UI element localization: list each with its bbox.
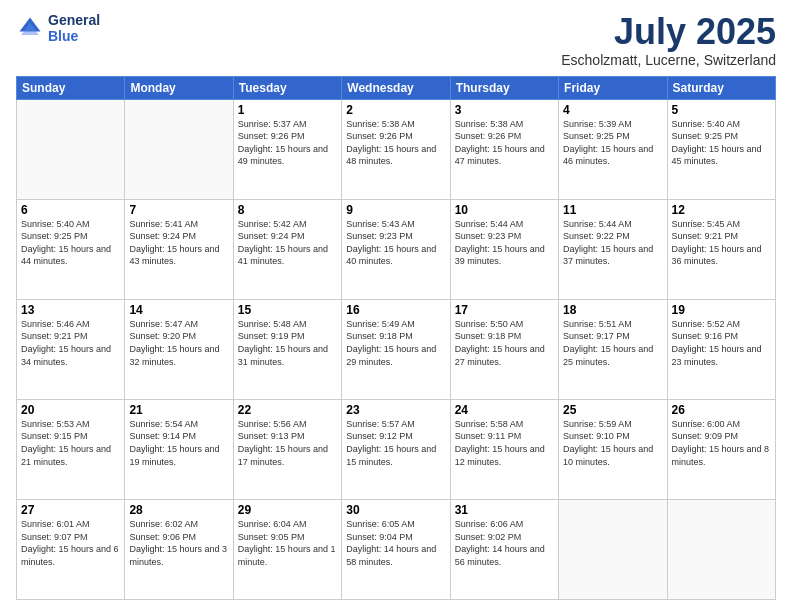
logo: General Blue: [16, 12, 100, 44]
calendar-cell: 6Sunrise: 5:40 AMSunset: 9:25 PMDaylight…: [17, 199, 125, 299]
day-number: 31: [455, 503, 554, 517]
header-wednesday: Wednesday: [342, 76, 450, 99]
day-info: Sunrise: 5:39 AMSunset: 9:25 PMDaylight:…: [563, 118, 662, 168]
calendar-cell: [667, 499, 775, 599]
calendar-cell: 28Sunrise: 6:02 AMSunset: 9:06 PMDayligh…: [125, 499, 233, 599]
header: General Blue July 2025 Escholzmatt, Luce…: [16, 12, 776, 68]
calendar-cell: 31Sunrise: 6:06 AMSunset: 9:02 PMDayligh…: [450, 499, 558, 599]
calendar-cell: 13Sunrise: 5:46 AMSunset: 9:21 PMDayligh…: [17, 299, 125, 399]
day-info: Sunrise: 5:49 AMSunset: 9:18 PMDaylight:…: [346, 318, 445, 368]
calendar-cell: 2Sunrise: 5:38 AMSunset: 9:26 PMDaylight…: [342, 99, 450, 199]
day-number: 9: [346, 203, 445, 217]
day-info: Sunrise: 6:05 AMSunset: 9:04 PMDaylight:…: [346, 518, 445, 568]
calendar-cell: 16Sunrise: 5:49 AMSunset: 9:18 PMDayligh…: [342, 299, 450, 399]
day-number: 19: [672, 303, 771, 317]
calendar-cell: 14Sunrise: 5:47 AMSunset: 9:20 PMDayligh…: [125, 299, 233, 399]
calendar-week-0: 1Sunrise: 5:37 AMSunset: 9:26 PMDaylight…: [17, 99, 776, 199]
calendar-cell: 15Sunrise: 5:48 AMSunset: 9:19 PMDayligh…: [233, 299, 341, 399]
day-info: Sunrise: 6:00 AMSunset: 9:09 PMDaylight:…: [672, 418, 771, 468]
header-monday: Monday: [125, 76, 233, 99]
calendar-cell: 22Sunrise: 5:56 AMSunset: 9:13 PMDayligh…: [233, 399, 341, 499]
day-info: Sunrise: 5:57 AMSunset: 9:12 PMDaylight:…: [346, 418, 445, 468]
header-saturday: Saturday: [667, 76, 775, 99]
day-number: 26: [672, 403, 771, 417]
day-number: 29: [238, 503, 337, 517]
calendar-cell: 5Sunrise: 5:40 AMSunset: 9:25 PMDaylight…: [667, 99, 775, 199]
calendar-cell: 1Sunrise: 5:37 AMSunset: 9:26 PMDaylight…: [233, 99, 341, 199]
day-info: Sunrise: 5:52 AMSunset: 9:16 PMDaylight:…: [672, 318, 771, 368]
calendar-cell: 11Sunrise: 5:44 AMSunset: 9:22 PMDayligh…: [559, 199, 667, 299]
month-title: July 2025: [561, 12, 776, 52]
day-info: Sunrise: 6:06 AMSunset: 9:02 PMDaylight:…: [455, 518, 554, 568]
day-info: Sunrise: 5:47 AMSunset: 9:20 PMDaylight:…: [129, 318, 228, 368]
location-subtitle: Escholzmatt, Lucerne, Switzerland: [561, 52, 776, 68]
day-info: Sunrise: 5:51 AMSunset: 9:17 PMDaylight:…: [563, 318, 662, 368]
calendar-cell: 23Sunrise: 5:57 AMSunset: 9:12 PMDayligh…: [342, 399, 450, 499]
day-number: 20: [21, 403, 120, 417]
day-number: 30: [346, 503, 445, 517]
day-info: Sunrise: 5:42 AMSunset: 9:24 PMDaylight:…: [238, 218, 337, 268]
day-info: Sunrise: 5:46 AMSunset: 9:21 PMDaylight:…: [21, 318, 120, 368]
calendar-page: General Blue July 2025 Escholzmatt, Luce…: [0, 0, 792, 612]
day-info: Sunrise: 5:37 AMSunset: 9:26 PMDaylight:…: [238, 118, 337, 168]
day-number: 7: [129, 203, 228, 217]
title-block: July 2025 Escholzmatt, Lucerne, Switzerl…: [561, 12, 776, 68]
logo-icon: [16, 14, 44, 42]
day-info: Sunrise: 5:41 AMSunset: 9:24 PMDaylight:…: [129, 218, 228, 268]
calendar-cell: 19Sunrise: 5:52 AMSunset: 9:16 PMDayligh…: [667, 299, 775, 399]
day-number: 12: [672, 203, 771, 217]
day-number: 28: [129, 503, 228, 517]
day-info: Sunrise: 5:40 AMSunset: 9:25 PMDaylight:…: [21, 218, 120, 268]
calendar-cell: [125, 99, 233, 199]
day-number: 16: [346, 303, 445, 317]
day-info: Sunrise: 6:02 AMSunset: 9:06 PMDaylight:…: [129, 518, 228, 568]
calendar-week-2: 13Sunrise: 5:46 AMSunset: 9:21 PMDayligh…: [17, 299, 776, 399]
calendar-cell: 27Sunrise: 6:01 AMSunset: 9:07 PMDayligh…: [17, 499, 125, 599]
day-info: Sunrise: 5:40 AMSunset: 9:25 PMDaylight:…: [672, 118, 771, 168]
day-info: Sunrise: 5:38 AMSunset: 9:26 PMDaylight:…: [346, 118, 445, 168]
calendar-body: 1Sunrise: 5:37 AMSunset: 9:26 PMDaylight…: [17, 99, 776, 599]
calendar-cell: 20Sunrise: 5:53 AMSunset: 9:15 PMDayligh…: [17, 399, 125, 499]
day-info: Sunrise: 5:53 AMSunset: 9:15 PMDaylight:…: [21, 418, 120, 468]
calendar-week-1: 6Sunrise: 5:40 AMSunset: 9:25 PMDaylight…: [17, 199, 776, 299]
calendar-cell: 10Sunrise: 5:44 AMSunset: 9:23 PMDayligh…: [450, 199, 558, 299]
day-info: Sunrise: 5:59 AMSunset: 9:10 PMDaylight:…: [563, 418, 662, 468]
day-info: Sunrise: 5:45 AMSunset: 9:21 PMDaylight:…: [672, 218, 771, 268]
day-number: 10: [455, 203, 554, 217]
calendar-cell: 30Sunrise: 6:05 AMSunset: 9:04 PMDayligh…: [342, 499, 450, 599]
day-info: Sunrise: 5:56 AMSunset: 9:13 PMDaylight:…: [238, 418, 337, 468]
day-number: 15: [238, 303, 337, 317]
calendar-cell: 18Sunrise: 5:51 AMSunset: 9:17 PMDayligh…: [559, 299, 667, 399]
calendar-cell: 26Sunrise: 6:00 AMSunset: 9:09 PMDayligh…: [667, 399, 775, 499]
day-info: Sunrise: 5:43 AMSunset: 9:23 PMDaylight:…: [346, 218, 445, 268]
calendar-cell: 3Sunrise: 5:38 AMSunset: 9:26 PMDaylight…: [450, 99, 558, 199]
header-tuesday: Tuesday: [233, 76, 341, 99]
day-info: Sunrise: 5:44 AMSunset: 9:23 PMDaylight:…: [455, 218, 554, 268]
calendar-cell: 17Sunrise: 5:50 AMSunset: 9:18 PMDayligh…: [450, 299, 558, 399]
day-number: 25: [563, 403, 662, 417]
calendar-header-row: Sunday Monday Tuesday Wednesday Thursday…: [17, 76, 776, 99]
day-number: 13: [21, 303, 120, 317]
calendar-cell: 7Sunrise: 5:41 AMSunset: 9:24 PMDaylight…: [125, 199, 233, 299]
day-number: 5: [672, 103, 771, 117]
calendar-cell: 12Sunrise: 5:45 AMSunset: 9:21 PMDayligh…: [667, 199, 775, 299]
day-number: 17: [455, 303, 554, 317]
day-number: 3: [455, 103, 554, 117]
header-sunday: Sunday: [17, 76, 125, 99]
header-thursday: Thursday: [450, 76, 558, 99]
calendar-cell: 25Sunrise: 5:59 AMSunset: 9:10 PMDayligh…: [559, 399, 667, 499]
day-number: 24: [455, 403, 554, 417]
day-number: 6: [21, 203, 120, 217]
calendar-cell: 4Sunrise: 5:39 AMSunset: 9:25 PMDaylight…: [559, 99, 667, 199]
day-info: Sunrise: 5:54 AMSunset: 9:14 PMDaylight:…: [129, 418, 228, 468]
calendar-cell: 9Sunrise: 5:43 AMSunset: 9:23 PMDaylight…: [342, 199, 450, 299]
calendar-cell: 21Sunrise: 5:54 AMSunset: 9:14 PMDayligh…: [125, 399, 233, 499]
calendar-cell: 24Sunrise: 5:58 AMSunset: 9:11 PMDayligh…: [450, 399, 558, 499]
day-number: 18: [563, 303, 662, 317]
day-number: 1: [238, 103, 337, 117]
day-number: 2: [346, 103, 445, 117]
calendar-cell: [17, 99, 125, 199]
header-friday: Friday: [559, 76, 667, 99]
day-number: 21: [129, 403, 228, 417]
calendar-cell: [559, 499, 667, 599]
